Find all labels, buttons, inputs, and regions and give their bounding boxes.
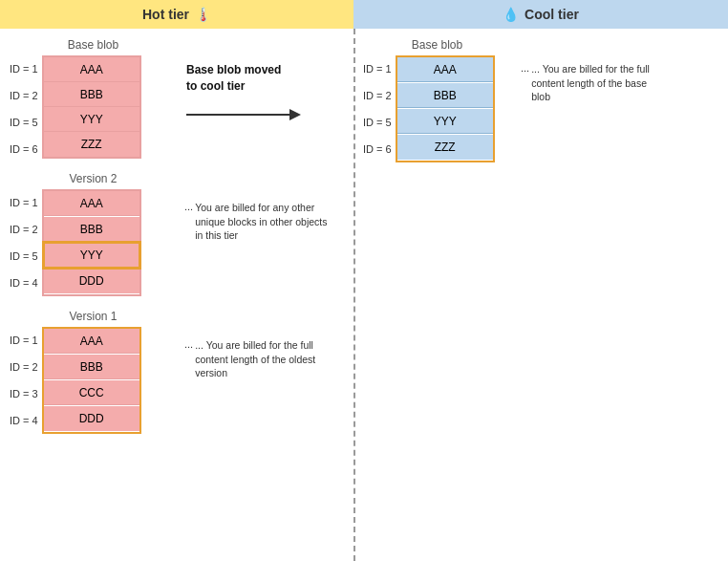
cool-id: ID = 2 (363, 82, 392, 108)
v2-cell-yyy-highlight: YYY (44, 243, 139, 268)
id-cell: ID = 2 (10, 82, 38, 108)
hot-side: Base blob ID = 1 ID = 2 ID = 5 ID = 6 AA… (0, 29, 353, 561)
v1-cell-ddd: DDD (44, 406, 139, 431)
id-cell-v2: ID = 5 (10, 243, 38, 269)
id-cell: ID = 1 (10, 55, 38, 81)
v1-cells-outer: AAA BBB CCC DDD (42, 327, 141, 434)
v1-cell-ccc: CCC (44, 380, 139, 405)
id-cell: ID = 5 (10, 109, 38, 135)
id-cell-v1: ID = 2 (10, 354, 38, 379)
hot-base-blob-section: Base blob ID = 1 ID = 2 ID = 5 ID = 6 AA… (10, 38, 344, 162)
ellipsis-v2: ... (184, 201, 193, 212)
hot-version2-section: Version 2 ID = 1 ID = 2 ID = 5 ID = 4 (10, 172, 344, 296)
version2-title: Version 2 (10, 172, 177, 185)
cool-cell-zzz: ZZZ (397, 135, 493, 160)
svg-marker-1 (289, 109, 301, 120)
v1-annotation-text: ... You are billed for the full content … (195, 338, 329, 380)
page-container: Hot tier 🌡️ 💧 Cool tier Base blob ID = 1 (0, 0, 728, 561)
cool-cell-yyy: YYY (397, 109, 493, 134)
id-cell-v2: ID = 2 (10, 216, 38, 242)
v2-annotation-text: You are billed for any other unique bloc… (195, 201, 329, 243)
v1-annotation: ... ... You are billed for the full cont… (184, 338, 329, 380)
version1-table: ID = 1 ID = 2 ID = 3 ID = 4 AAA BBB CCC … (10, 327, 141, 434)
main-content: Base blob ID = 1 ID = 2 ID = 5 ID = 6 AA… (0, 29, 728, 561)
v1-cell-aaa: AAA (44, 329, 139, 354)
cool-cell-bbb: BBB (397, 83, 493, 108)
cool-id: ID = 1 (363, 55, 392, 81)
cool-base-blob-section: Base blob ID = 1 ID = 2 ID = 5 ID = 6 AA… (363, 38, 718, 162)
v2-cell-aaa: AAA (44, 191, 139, 216)
cool-id: ID = 5 (363, 109, 392, 135)
v2-cells-outer: AAA BBB YYY DDD (42, 189, 141, 296)
cool-cells-outer: AAA BBB YYY ZZZ (396, 55, 495, 162)
cells-wrapper-v2: AAA BBB YYY DDD (42, 189, 141, 296)
cool-cell-aaa: AAA (397, 57, 493, 82)
cool-side: Base blob ID = 1 ID = 2 ID = 5 ID = 6 AA… (353, 29, 728, 561)
cool-tier-label: Cool tier (525, 7, 579, 22)
blob-cell-aaa: AAA (44, 57, 139, 82)
cool-base-blob-table: ID = 1 ID = 2 ID = 5 ID = 6 AAA BBB YYY … (363, 55, 495, 162)
header: Hot tier 🌡️ 💧 Cool tier (0, 0, 728, 29)
id-cell-v1: ID = 3 (10, 380, 38, 406)
id-col-cool: ID = 1 ID = 2 ID = 5 ID = 6 (363, 55, 392, 162)
hot-base-blob: Base blob ID = 1 ID = 2 ID = 5 ID = 6 AA… (10, 38, 177, 162)
cool-tier-header: 💧 Cool tier (353, 0, 728, 29)
v2-cell-ddd: DDD (44, 269, 139, 293)
arrow-svg (186, 104, 301, 125)
id-cell-v1: ID = 4 (10, 407, 38, 433)
blob-cell-bbb: BBB (44, 82, 139, 107)
cool-icon: 💧 (503, 7, 519, 22)
cool-id: ID = 6 (363, 136, 392, 162)
id-column-v2: ID = 1 ID = 2 ID = 5 ID = 4 (10, 189, 38, 296)
version2-table: ID = 1 ID = 2 ID = 5 ID = 4 AAA BBB YYY (10, 189, 141, 296)
hot-tier-label: Hot tier (142, 7, 189, 22)
v2-annotation: ... You are billed for any other unique … (184, 201, 329, 243)
id-cell-v2: ID = 4 (10, 270, 38, 295)
cool-base-blob-title: Base blob (363, 38, 511, 52)
move-label: Base blob moved to cool tier (186, 62, 291, 95)
thermometer-icon: 🌡️ (195, 7, 211, 22)
hot-version1-blob: Version 1 ID = 1 ID = 2 ID = 3 ID = 4 AA… (10, 310, 177, 434)
v2-cell-bbb: BBB (44, 217, 139, 242)
blob-cell-yyy: YYY (44, 107, 139, 132)
id-cell-v2: ID = 1 (10, 189, 38, 215)
hot-base-blob-table: ID = 1 ID = 2 ID = 5 ID = 6 AAA BBB YYY … (10, 55, 141, 162)
arrow (186, 104, 301, 125)
move-label-area: Base blob moved to cool tier (186, 62, 301, 125)
id-column-v1: ID = 1 ID = 2 ID = 3 ID = 4 (10, 327, 38, 434)
hot-tier-header: Hot tier 🌡️ (0, 0, 353, 29)
cool-base-blob: Base blob ID = 1 ID = 2 ID = 5 ID = 6 AA… (363, 38, 511, 162)
ellipsis-v1: ... (184, 338, 193, 350)
id-column: ID = 1 ID = 2 ID = 5 ID = 6 (10, 55, 38, 162)
id-cell: ID = 6 (10, 136, 38, 162)
cool-annotation: ... ... You are billed for the full cont… (521, 62, 665, 104)
hot-base-blob-title: Base blob (10, 38, 177, 52)
hot-version1-section: Version 1 ID = 1 ID = 2 ID = 3 ID = 4 AA… (10, 310, 344, 434)
cool-annotation-text: ... You are billed for the full content … (531, 62, 665, 104)
id-cell-v1: ID = 1 (10, 327, 38, 353)
version1-title: Version 1 (10, 310, 177, 323)
blob-cell-zzz: ZZZ (44, 132, 139, 157)
v1-cell-bbb: BBB (44, 355, 139, 379)
tier-divider (353, 29, 355, 561)
hot-version2-blob: Version 2 ID = 1 ID = 2 ID = 5 ID = 4 (10, 172, 177, 296)
cells-wrapper: AAA BBB YYY ZZZ (42, 55, 141, 159)
ellipsis-cool: ... (521, 62, 529, 74)
